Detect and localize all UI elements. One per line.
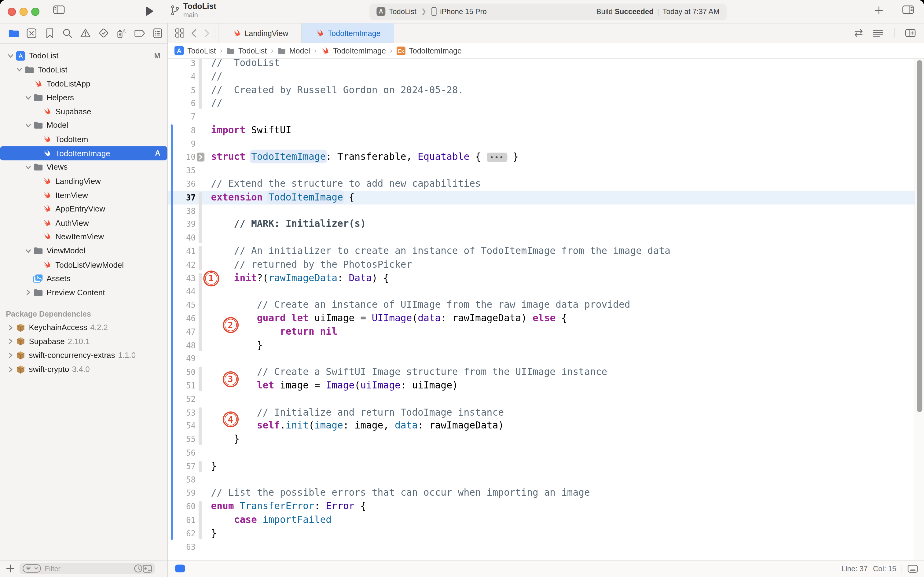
sidebar-item-model[interactable]: Model xyxy=(0,119,167,133)
sidebar-item-swift-concurrency-extras[interactable]: swift-concurrency-extras1.1.0 xyxy=(0,348,167,363)
code-line-52[interactable]: 52 xyxy=(167,392,924,406)
code-line-47[interactable]: 47 return nil xyxy=(167,325,924,338)
sidebar-item-supabase[interactable]: Supabase xyxy=(0,105,167,119)
chevron-right-icon[interactable] xyxy=(24,290,33,295)
related-items-icon[interactable] xyxy=(172,28,187,38)
source-control-navigator-icon[interactable] xyxy=(23,25,41,41)
sidebar-item-swift-crypto[interactable]: swift-crypto3.4.0 xyxy=(0,363,167,377)
code-line-63[interactable]: 63 xyxy=(167,540,924,554)
bookmarks-navigator-icon[interactable] xyxy=(41,25,59,41)
code-line-5[interactable]: 5// Created by Russell Gordon on 2024-05… xyxy=(167,84,924,97)
code-line-38[interactable]: 38 xyxy=(167,205,924,218)
code-line-8[interactable]: 8import SwiftUI xyxy=(167,124,924,137)
toggle-navigator-icon[interactable] xyxy=(53,5,65,14)
add-file-plus-icon[interactable] xyxy=(6,564,14,573)
zoom-window-button[interactable] xyxy=(31,8,39,16)
breadcrumb-item[interactable]: TodoList xyxy=(174,46,216,55)
code-review-icon[interactable] xyxy=(853,29,865,37)
code-line-56[interactable]: 56 xyxy=(167,446,924,459)
code-line-45[interactable]: 45 // Create an instance of UIImage from… xyxy=(167,298,924,312)
code-line-42[interactable]: 42 // returned by the PhotosPicker xyxy=(167,258,924,271)
code-line-43[interactable]: 43 init?(rawImageData: Data) { xyxy=(167,271,924,285)
scrollbar-track[interactable] xyxy=(914,59,924,560)
run-destination[interactable]: iPhone 15 Pro xyxy=(440,8,487,16)
code-line-54[interactable]: 54 self.init(image: image, data: rawImag… xyxy=(167,419,924,433)
source-control-filter-icon[interactable] xyxy=(143,564,152,573)
scheme-name[interactable]: TodoList xyxy=(389,8,417,16)
tab-todoitemimage[interactable]: TodoItemImage xyxy=(302,23,394,43)
project-navigator-icon[interactable] xyxy=(5,25,23,41)
code-line-35[interactable]: 35 xyxy=(167,164,924,177)
reports-navigator-icon[interactable] xyxy=(148,25,167,41)
find-navigator-icon[interactable] xyxy=(59,25,77,41)
code-line-61[interactable]: 61 case importFailed xyxy=(167,513,924,527)
chevron-right-icon[interactable] xyxy=(6,324,15,330)
breadcrumb-item[interactable]: TodoItemImage xyxy=(321,46,386,55)
source-editor[interactable]: 3// TodoList4//5// Created by Russell Go… xyxy=(167,59,924,560)
code-line-9[interactable]: 9 xyxy=(167,137,924,151)
code-fold-indicator[interactable] xyxy=(197,153,204,162)
minimize-window-button[interactable] xyxy=(19,8,28,16)
sidebar-item-viewmodel[interactable]: ViewModel xyxy=(0,244,167,258)
code-line-53[interactable]: 53 // Initialize and return TodoImage in… xyxy=(167,406,924,419)
chevron-down-icon[interactable] xyxy=(24,123,33,128)
chevron-down-icon[interactable] xyxy=(24,248,33,253)
library-plus-icon[interactable] xyxy=(874,6,883,15)
code-line-4[interactable]: 4// xyxy=(167,70,924,84)
sidebar-item-authview[interactable]: AuthView xyxy=(0,216,167,230)
code-line-51[interactable]: 51 let image = Image(uiImage: uiImage) xyxy=(167,379,924,392)
recent-files-clock-icon[interactable] xyxy=(134,564,143,573)
sidebar-item-todolistapp[interactable]: TodoListApp xyxy=(0,77,167,91)
sidebar-item-supabase[interactable]: Supabase2.10.1 xyxy=(0,334,167,348)
close-window-button[interactable] xyxy=(8,8,16,16)
code-line-39[interactable]: 39 // MARK: Initializer(s) xyxy=(167,218,924,231)
sidebar-item-preview-content[interactable]: Preview Content xyxy=(0,286,167,300)
code-line-3[interactable]: 3// TodoList xyxy=(167,59,924,70)
code-line-60[interactable]: 60enum TransferError: Error { xyxy=(167,500,924,513)
sidebar-item-itemview[interactable]: ItemView xyxy=(0,188,167,202)
sidebar-item-todolist[interactable]: TodoList xyxy=(0,63,167,77)
code-line-48[interactable]: 48 } xyxy=(167,338,924,352)
editor-options-icon[interactable] xyxy=(872,29,883,37)
code-line-7[interactable]: 7 xyxy=(167,110,924,124)
code-line-37[interactable]: 37extension TodoItemImage { xyxy=(167,191,924,205)
sidebar-item-keychainaccess[interactable]: KeychainAccess4.2.2 xyxy=(0,321,167,335)
code-line-41[interactable]: 41 // An initializer to create an instan… xyxy=(167,245,924,258)
sidebar-item-todoitem[interactable]: TodoItem xyxy=(0,132,167,147)
code-line-62[interactable]: 62} xyxy=(167,527,924,540)
scheme-selector[interactable]: A TodoList ❯ iPhone 15 Pro xyxy=(377,7,487,16)
chevron-down-icon[interactable] xyxy=(24,95,33,100)
breadcrumb-item[interactable]: TodoList xyxy=(226,46,267,55)
code-line-50[interactable]: 50 // Create a SwiftUI Image structure f… xyxy=(167,366,924,379)
code-line-44[interactable]: 44 xyxy=(167,285,924,298)
sidebar-item-newitemview[interactable]: NewItemView xyxy=(0,230,167,244)
code-line-40[interactable]: 40 xyxy=(167,231,924,245)
tab-landingview[interactable]: LandingView xyxy=(219,23,302,43)
toggle-inspector-icon[interactable] xyxy=(902,5,914,14)
breadcrumb-item[interactable]: ExTodoItemImage xyxy=(397,46,462,55)
add-editor-icon[interactable] xyxy=(905,29,916,37)
code-line-59[interactable]: 59// List the possible errors that can o… xyxy=(167,487,924,500)
sidebar-item-assets[interactable]: Assets xyxy=(0,272,167,286)
filter-input[interactable]: Filter xyxy=(19,563,155,574)
sidebar-item-views[interactable]: Views xyxy=(0,160,167,174)
chevron-down-icon[interactable] xyxy=(14,68,24,72)
chevron-right-icon[interactable] xyxy=(6,352,15,358)
sidebar-item-helpers[interactable]: Helpers xyxy=(0,91,167,105)
activity-view[interactable]: A TodoList ❯ iPhone 15 Pro Build Succeed… xyxy=(369,4,727,20)
code-line-46[interactable]: 46 guard let uiImage = UIImage(data: raw… xyxy=(167,312,924,325)
code-line-6[interactable]: 6// xyxy=(167,97,924,110)
go-forward-icon[interactable] xyxy=(200,29,213,38)
debug-navigator-icon[interactable] xyxy=(113,25,130,41)
sidebar-item-todolist[interactable]: TodoListM xyxy=(0,49,167,63)
sidebar-item-landingview[interactable]: LandingView xyxy=(0,174,167,188)
run-button[interactable] xyxy=(145,6,153,16)
filter-icon[interactable] xyxy=(22,564,41,573)
code-line-49[interactable]: 49 xyxy=(167,352,924,366)
chevron-down-icon[interactable] xyxy=(6,53,15,58)
code-line-10[interactable]: 10struct TodoItemImage: Transferable, Eq… xyxy=(167,151,924,164)
go-back-icon[interactable] xyxy=(187,29,200,38)
issues-navigator-icon[interactable] xyxy=(77,25,95,41)
code-line-58[interactable]: 58 xyxy=(167,473,924,487)
code-line-36[interactable]: 36// Extend the structure to add new cap… xyxy=(167,177,924,191)
